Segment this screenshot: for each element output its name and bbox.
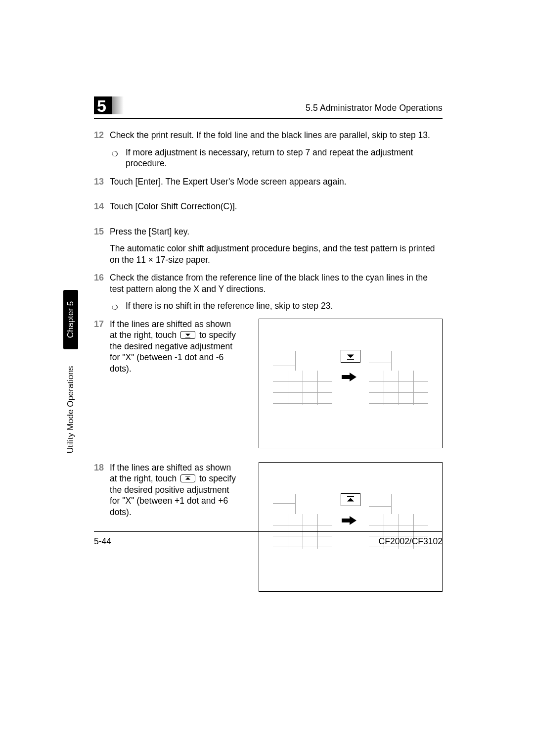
footer-rule (94, 531, 443, 532)
up-key-icon (341, 493, 360, 506)
footer-page-number: 5-44 (94, 536, 111, 547)
chapter-tab: Chapter 5 (63, 290, 78, 349)
bullet-icon: ❍ (112, 302, 118, 313)
substep-text: If there is no shift in the reference li… (126, 301, 333, 311)
chapter-number-fade (112, 96, 124, 114)
step-text: Press the [Start] key. (110, 227, 189, 236)
step-number: 17 (94, 319, 109, 330)
step-number: 16 (94, 272, 109, 284)
step-text: Check the print result. If the fold line… (110, 130, 430, 140)
section-title: 5.5 Administrator Mode Operations (306, 103, 443, 113)
down-key-icon (341, 350, 360, 363)
step-number: 14 (94, 201, 109, 212)
section-tab-label: Utility Mode Operations (66, 366, 76, 453)
header-rule (94, 118, 443, 119)
step-number: 12 (94, 130, 109, 141)
step-text: Touch [Enter]. The Expert User's Mode sc… (110, 177, 347, 187)
step-15-after: The automatic color shift adjustment pro… (95, 243, 443, 265)
step-number: 13 (94, 176, 109, 188)
step-text: Touch [Color Shift Correction(C)]. (110, 201, 237, 211)
section-tab: Utility Mode Operations (63, 356, 78, 463)
down-key-icon (180, 331, 195, 339)
step-15: 15 Press the [Start] key. (95, 226, 443, 237)
bullet-icon: ❍ (112, 148, 118, 160)
step-16-sub: ❍ If there is no shift in the reference … (95, 300, 443, 312)
step-number: 18 (94, 462, 109, 473)
right-arrow-icon (342, 516, 356, 525)
grid-after (369, 371, 428, 405)
chapter-tab-label: Chapter 5 (66, 301, 76, 338)
substep-text: If more adjustment is necessary, return … (126, 147, 413, 169)
step-18: 18 If the lines are shifted as shown at … (95, 462, 238, 518)
figure-17 (259, 319, 443, 448)
footer-model: CF2002/CF3102 (379, 536, 443, 547)
step-13: 13 Touch [Enter]. The Expert User's Mode… (95, 176, 443, 188)
step-number: 15 (94, 226, 109, 237)
step-12: 12 Check the print result. If the fold l… (95, 130, 443, 141)
step-12-sub: ❍ If more adjustment is necessary, retur… (95, 147, 443, 169)
grid-before (273, 371, 332, 405)
step-16: 16 Check the distance from the reference… (95, 272, 443, 294)
up-key-icon (180, 474, 195, 482)
right-arrow-icon (342, 373, 356, 381)
figure-18 (259, 462, 443, 592)
step-17: 17 If the lines are shifted as shown at … (95, 319, 238, 375)
step-14: 14 Touch [Color Shift Correction(C)]. (95, 201, 443, 212)
step-18-row: 18 If the lines are shifted as shown at … (95, 462, 443, 592)
step-text: Check the distance from the reference li… (110, 273, 428, 294)
chapter-number: 5 (97, 97, 106, 114)
step-17-row: 17 If the lines are shifted as shown at … (95, 319, 443, 448)
